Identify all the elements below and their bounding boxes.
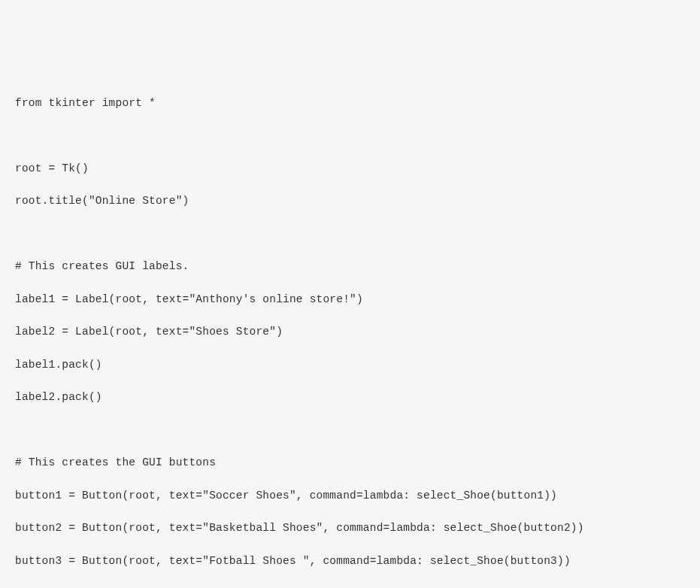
code-line: button1 = Button(root, text="Soccer Shoe… xyxy=(15,488,685,505)
code-line: label1 = Label(root, text="Anthony's onl… xyxy=(15,292,685,308)
code-line: label1.pack() xyxy=(15,357,685,374)
code-block: from tkinter import * root = Tk() root.t… xyxy=(15,79,685,588)
code-line: button2 = Button(root, text="Basketball … xyxy=(15,520,685,537)
code-line xyxy=(15,226,685,243)
code-line: root = Tk() xyxy=(15,161,685,177)
code-line: root.title("Online Store") xyxy=(15,193,685,210)
code-line xyxy=(15,128,685,144)
code-line: # This creates the GUI buttons xyxy=(15,455,685,471)
code-line: label2 = Label(root, text="Shoes Store") xyxy=(15,324,685,341)
code-line: from tkinter import * xyxy=(15,95,685,112)
code-line: # This creates GUI labels. xyxy=(15,259,685,275)
code-line xyxy=(15,423,685,439)
code-line: button3 = Button(root, text="Fotball Sho… xyxy=(15,553,685,570)
code-line: label2.pack() xyxy=(15,389,685,406)
